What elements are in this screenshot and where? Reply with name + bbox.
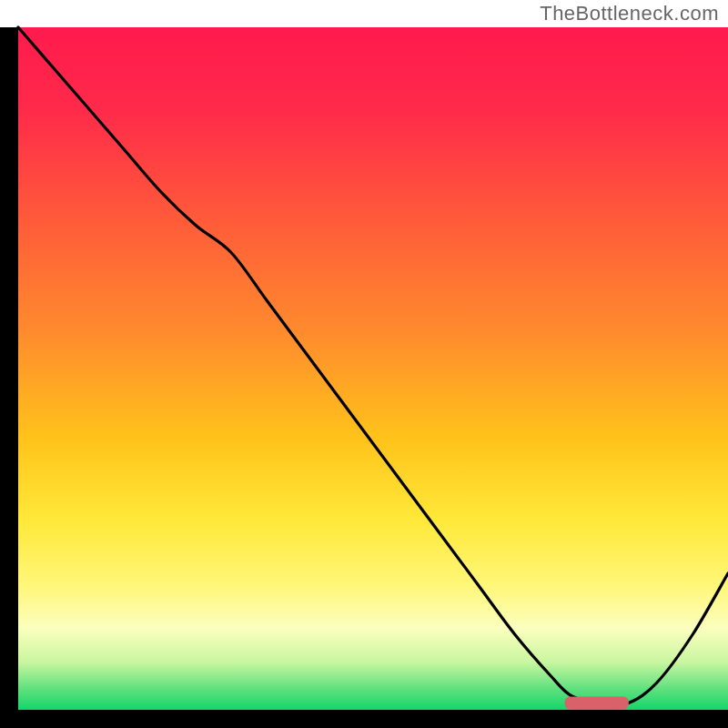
- optimum-marker: [565, 697, 629, 710]
- chart-root: TheBottleneck.com: [0, 0, 728, 728]
- axis-left: [0, 27, 18, 728]
- plot-background: [18, 27, 728, 710]
- chart-svg: [0, 0, 728, 728]
- axis-bottom: [0, 710, 728, 728]
